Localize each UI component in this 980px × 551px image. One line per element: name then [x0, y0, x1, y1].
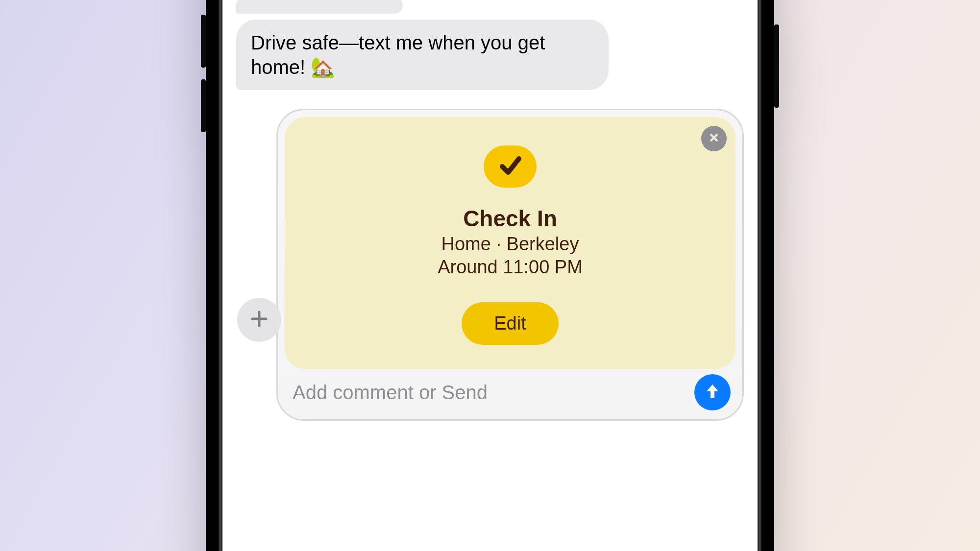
checkin-eta: Around 11:00 PM [438, 257, 583, 278]
volume-down-button [201, 79, 206, 132]
power-button [774, 24, 779, 108]
send-button[interactable] [694, 374, 731, 410]
incoming-message-text: Drive safe—text me when you get home! 🏡 [251, 32, 545, 78]
checkin-location: Home · Berkeley [441, 234, 579, 255]
compose-input-row [285, 369, 735, 412]
message-row: Drive safe—text me when you get home! 🏡 [222, 20, 758, 99]
arrow-up-icon [703, 382, 722, 403]
checkin-badge [484, 145, 537, 188]
close-icon [708, 132, 720, 145]
incoming-message-bubble: Drive safe—text me when you get home! 🏡 [236, 20, 609, 90]
phone-frame: Drive safe—text me when you get home! 🏡 [206, 0, 774, 551]
checkmark-icon [497, 153, 523, 180]
plus-icon [249, 309, 269, 331]
compose-card: Check In Home · Berkeley Around 11:00 PM… [276, 109, 744, 421]
checkin-card: Check In Home · Berkeley Around 11:00 PM… [285, 117, 735, 369]
comment-input[interactable] [290, 375, 686, 410]
screen: Drive safe—text me when you get home! 🏡 [222, 0, 758, 551]
edit-button[interactable]: Edit [462, 302, 558, 345]
attachments-button[interactable] [237, 298, 281, 342]
phone-mockup: Drive safe—text me when you get home! 🏡 [206, 0, 774, 551]
volume-up-button [201, 15, 206, 68]
close-button[interactable] [701, 126, 727, 151]
messages-app: Drive safe—text me when you get home! 🏡 [222, 0, 758, 362]
previous-message-peek [236, 0, 403, 14]
checkin-title: Check In [463, 205, 557, 232]
